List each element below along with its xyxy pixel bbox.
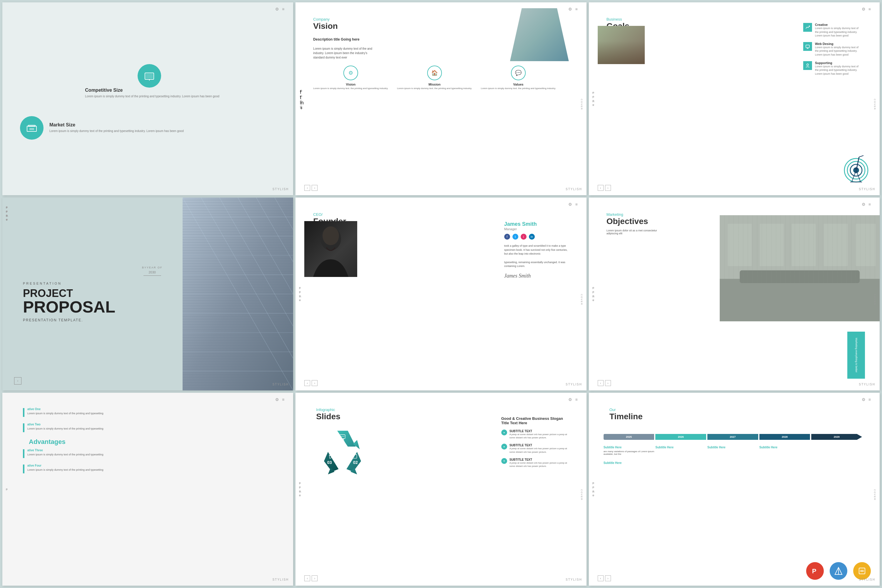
sb-t9: t <box>592 486 594 488</box>
prev-btn[interactable]: ‹ <box>304 185 310 191</box>
slide9-nav: ‹ › <box>598 575 611 581</box>
slide5-cover: COVER <box>580 294 583 305</box>
goal-webdesign: Web Desing Lorem ipsum is simply dummy t… <box>803 42 862 57</box>
slide9-header-area: Our Timeline <box>609 402 871 421</box>
prev-btn[interactable]: ‹ <box>598 380 604 386</box>
svg-rect-45 <box>760 224 784 266</box>
item-bar-2 <box>23 423 24 432</box>
next-btn[interactable]: › <box>312 575 318 581</box>
svg-rect-48 <box>855 224 876 266</box>
item-text-3: ative Three Lorem ipsum is simply dummy … <box>27 448 104 457</box>
competitive-size-desc: Lorem ipsum is simply dummy text of the … <box>85 94 219 99</box>
menu-icon[interactable]: ≡ <box>868 397 871 402</box>
slide9-sidebar: f t in + <box>592 482 594 496</box>
slide9-cover: COVER <box>873 489 876 500</box>
menu-icon[interactable]: ≡ <box>282 397 284 402</box>
settings-icon[interactable]: ⚙ <box>568 7 572 12</box>
settings-icon[interactable]: ⚙ <box>862 7 866 12</box>
timeline-node-2027: 2027 <box>707 434 758 440</box>
sb-share8: + <box>299 495 301 496</box>
menu-icon[interactable]: ≡ <box>575 7 578 12</box>
item-desc-1: Lorem ipsum is simply dummy text of the … <box>27 412 104 416</box>
sub-desc-3: A peep at some distant orb has power pic… <box>510 461 569 468</box>
svg-line-34 <box>201 198 293 358</box>
slide6-office-photo <box>720 215 880 321</box>
mission-text: Lorem ipsum is simply dummy text. the pr… <box>397 87 472 90</box>
timeline-title-4: Subtitle Here <box>759 446 810 449</box>
sb-f: f <box>592 92 594 93</box>
linkedin-btn[interactable]: in <box>529 234 535 240</box>
sub-item-1: ● SUBTITLE TEXT A peep at some distant o… <box>501 429 569 439</box>
timeline-col-2: Subtitle Here <box>656 443 706 466</box>
slide8-settings: ⚙ ≡ <box>568 397 578 402</box>
slide6-label: STYLISH <box>859 383 875 386</box>
item-label-2: ative Two <box>27 423 104 426</box>
prev-btn[interactable]: ‹ <box>304 380 310 386</box>
slide5-person-info: James Smith Manager f t i in took a gall… <box>504 221 569 279</box>
prev-btn[interactable]: ‹ <box>598 575 604 581</box>
next-btn[interactable]: › <box>605 575 611 581</box>
slide3-settings: ⚙ ≡ <box>862 7 871 12</box>
slide8-sub: Infographic <box>316 408 578 412</box>
item-bar-3 <box>23 449 24 458</box>
creative-desc: Lorem ipsum is simply dummy text of the … <box>815 27 862 38</box>
sb-in: in <box>592 100 594 102</box>
person-title: Manager <box>504 227 569 231</box>
sub-title-2: SUBTITLE TEXT <box>510 444 569 447</box>
linkedin-icon: in <box>300 100 302 103</box>
settings-icon[interactable]: ⚙ <box>275 7 279 12</box>
svg-rect-9 <box>806 45 809 48</box>
supporting-icon <box>803 61 812 70</box>
timeline-bar: 2025 2026 2027 2028 2029 <box>604 434 862 440</box>
svg-rect-43 <box>740 270 860 283</box>
sb-in6: in <box>592 295 594 297</box>
menu-icon[interactable]: ≡ <box>282 7 284 12</box>
timeline-node-2026: 2026 <box>656 434 706 440</box>
next-btn[interactable]: › <box>605 380 611 386</box>
vision-label: Vision <box>346 82 356 86</box>
next-btn[interactable]: › <box>312 185 318 191</box>
menu-icon[interactable]: ≡ <box>868 7 871 12</box>
settings-icon[interactable]: ⚙ <box>862 397 866 402</box>
svg-rect-47 <box>824 224 848 266</box>
facebook-btn[interactable]: f <box>504 234 510 240</box>
settings-icon[interactable]: ⚙ <box>568 202 572 207</box>
prev-btn[interactable]: ‹ <box>598 185 604 191</box>
menu-icon[interactable]: ≡ <box>868 202 871 207</box>
settings-icon[interactable]: ⚙ <box>568 397 572 402</box>
settings-icon[interactable]: ⚙ <box>275 397 279 402</box>
sb-f4: f <box>6 206 8 208</box>
menu-icon[interactable]: ≡ <box>575 202 578 207</box>
sub-desc-1: A peep at some distant orb has power pic… <box>510 433 569 439</box>
sb-f7: f <box>6 488 8 490</box>
slide-business-goals: f t in + Business Goals <box>589 2 880 195</box>
vision-item: ⚙ Vision Lorem ipsum is simply dummy tex… <box>313 66 388 90</box>
slide8-slogan: Good & Creative Business Slogan Title Te… <box>501 416 569 425</box>
slide6-nav: ‹ › <box>598 380 611 386</box>
instagram-btn[interactable]: i <box>520 234 526 240</box>
prev-btn[interactable]: ‹ <box>304 575 310 581</box>
slide6-teal-bar: Marketing everything is better <box>847 332 865 379</box>
sub-bullet-1: ● <box>501 429 507 435</box>
next-btn[interactable]: › <box>605 185 611 191</box>
competitive-size-title: Competitive Size <box>85 88 219 93</box>
slide4-prev[interactable]: › <box>14 377 21 384</box>
twitter-btn[interactable]: t <box>513 234 518 240</box>
sb-f6: f <box>592 287 594 289</box>
menu-icon[interactable]: ≡ <box>575 397 578 402</box>
slide2-building <box>510 8 569 61</box>
person-bio: took a galley of type and scrambled it t… <box>504 244 569 256</box>
sub-text-3: SUBTITLE TEXT A peep at some distant orb… <box>510 458 569 468</box>
next-btn[interactable]: › <box>312 380 318 386</box>
list-item-3: ative Three Lorem ipsum is simply dummy … <box>23 448 284 458</box>
timeline-text-1: are many variations of passages of Lorem… <box>604 450 654 455</box>
sb-in5: in <box>299 295 301 297</box>
svg-line-38 <box>275 198 293 230</box>
sb-f5: f <box>299 287 301 289</box>
settings-icon[interactable]: ⚙ <box>862 202 866 207</box>
svg-rect-4 <box>27 126 36 131</box>
slide5-label: STYLISH <box>566 383 582 386</box>
sub-bullet-2: ● <box>501 444 507 450</box>
supporting-title: Supporting <box>815 61 862 64</box>
slide5-sub: CEO/ <box>313 212 578 217</box>
